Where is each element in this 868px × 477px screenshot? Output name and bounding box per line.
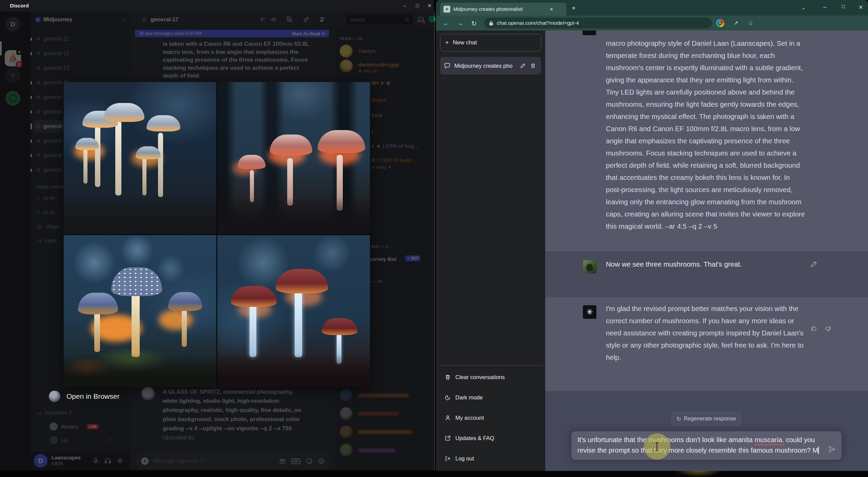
browser-toolbar: ← → ↻ chat.openai.com/chat?model=gpt-4 G…: [436, 16, 868, 30]
chatgpt-main: macro photography style of Daniel Laan (…: [545, 30, 868, 471]
user-message-row: Now we see three mushrooms. That's great…: [545, 251, 868, 297]
refresh-icon: ↻: [676, 416, 681, 422]
url-text: chat.openai.com/chat?model=gpt-4: [497, 20, 579, 26]
menu-clear-conversations[interactable]: Clear conversations: [440, 369, 541, 386]
back-icon[interactable]: ←: [443, 20, 449, 27]
menu-my-account[interactable]: My account: [440, 409, 541, 426]
discord-titlebar: Discord – ☐ ✕: [0, 0, 434, 12]
ibeam-cursor: [656, 442, 657, 451]
maximize-icon[interactable]: ☐: [412, 2, 422, 9]
chat-bubble-icon: [444, 63, 450, 69]
regenerate-response-button[interactable]: ↻ Regenerate response: [672, 412, 741, 426]
menu-dark-mode[interactable]: Dark mode: [440, 389, 541, 406]
text-caret: [818, 447, 819, 454]
minimize-icon[interactable]: –: [399, 2, 410, 9]
assistant-message-row: ✳ I'm glad the revised prompt better mat…: [545, 297, 868, 391]
assistant-avatar: [583, 30, 596, 35]
tab-close-icon[interactable]: ✕: [550, 7, 553, 12]
tab-title: Midjourney creates photorealisti: [453, 6, 548, 12]
google-account-icon[interactable]: G: [716, 19, 724, 27]
midjourney-image-grid[interactable]: [64, 82, 370, 387]
image-quadrant-4[interactable]: [217, 235, 370, 387]
thumbs-up-icon[interactable]: [810, 325, 817, 331]
user-message-text: Now we see three mushrooms. That's great…: [606, 260, 805, 268]
address-bar[interactable]: chat.openai.com/chat?model=gpt-4: [484, 18, 712, 28]
maximize-icon[interactable]: ☐: [842, 4, 845, 9]
discord-window-title: Discord: [10, 3, 29, 8]
lock-icon: [489, 21, 493, 26]
send-icon[interactable]: [828, 445, 836, 453]
minimize-icon[interactable]: –: [823, 4, 826, 10]
assistant-message-text: I'm glad the revised prompt better match…: [606, 303, 805, 364]
share-icon[interactable]: ↗: [734, 20, 738, 26]
misspelled-word: muscaria.: [754, 436, 784, 443]
chat-input-box[interactable]: It's unfortunate that the mushrooms don'…: [571, 431, 842, 460]
openai-logo-avatar: ✳: [583, 305, 596, 319]
lightbox-footer: Open in Browser: [49, 390, 119, 403]
menu-updates-faq[interactable]: Updates & FAQ: [440, 430, 541, 447]
image-quadrant-2[interactable]: [217, 82, 370, 234]
logout-icon: [445, 456, 451, 461]
chatgpt-favicon: ✳: [443, 6, 450, 13]
open-in-browser-link[interactable]: Open in Browser: [66, 392, 119, 400]
close-icon[interactable]: ✕: [859, 4, 863, 11]
edit-message-icon[interactable]: [810, 261, 817, 268]
browser-tab-strip: ✳ Midjourney creates photorealisti ✕ + ⌄…: [436, 0, 868, 16]
moon-icon: [445, 395, 451, 400]
bookmark-star-icon[interactable]: ☆: [748, 20, 753, 27]
window-chevron-icon[interactable]: ⌄: [802, 5, 806, 10]
new-chat-button[interactable]: + New chat: [440, 34, 541, 51]
edit-pencil-icon[interactable]: [520, 63, 526, 68]
trash-icon[interactable]: [530, 63, 536, 68]
chat-input-text: It's unfortunate that the mushrooms don'…: [577, 435, 829, 456]
browser-tab[interactable]: ✳ Midjourney creates photorealisti ✕: [440, 3, 566, 16]
assistant-message-text: macro photography style of Daniel Laan (…: [606, 37, 805, 232]
chat-item-title: Midjourney creates pho: [454, 63, 515, 69]
chatgpt-sidebar: + New chat Midjourney creates pho Clear …: [436, 30, 545, 471]
menu-log-out[interactable]: Log out: [440, 450, 541, 467]
assistant-message-row: macro photography style of Daniel Laan (…: [545, 30, 868, 251]
thumbs-down-icon[interactable]: [825, 326, 831, 333]
close-icon[interactable]: ✕: [425, 2, 435, 9]
sidebar-chat-item[interactable]: Midjourney creates pho: [440, 57, 541, 75]
person-icon: [445, 415, 451, 421]
cursor-click-halo: [644, 433, 670, 460]
new-tab-icon[interactable]: +: [572, 4, 576, 12]
reload-icon[interactable]: ↻: [471, 20, 477, 27]
image-quadrant-3[interactable]: [64, 235, 216, 387]
forward-icon[interactable]: →: [457, 20, 463, 27]
user-avatar: [583, 260, 596, 273]
trash-icon: [445, 374, 451, 380]
image-quadrant-1[interactable]: [64, 82, 216, 234]
browser-window: ✳ Midjourney creates photorealisti ✕ + ⌄…: [436, 0, 868, 471]
sidebar-divider: [439, 365, 542, 366]
avatar: [49, 391, 60, 402]
plus-icon: +: [445, 39, 449, 46]
external-link-icon: [445, 435, 451, 441]
discord-window: Discord – ☐ ✕ D ⛵ ◉ 3 + ✓ Midjourney ⌄ #…: [0, 0, 434, 470]
